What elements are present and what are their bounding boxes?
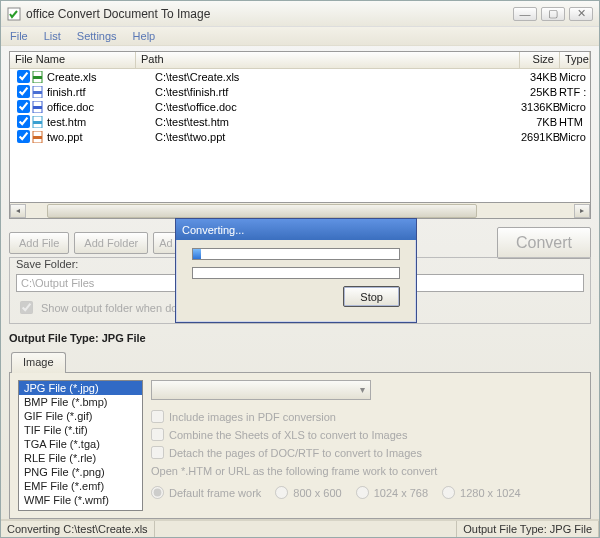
cell-type: HTM — [559, 116, 587, 128]
convert-button[interactable]: Convert — [497, 227, 591, 259]
dialog-body: Stop — [176, 240, 416, 313]
progress-fill-1 — [193, 249, 201, 259]
table-row[interactable]: finish.rtfC:\test\finish.rtf25KBRTF : — [10, 84, 590, 99]
window-title: office Convert Document To Image — [26, 7, 513, 21]
tab-image[interactable]: Image — [11, 352, 66, 373]
svg-rect-4 — [33, 91, 42, 94]
status-left: Converting C:\test\Create.xls — [1, 521, 155, 537]
detach-pages-checkbox[interactable] — [151, 446, 164, 459]
fw-1280-radio[interactable] — [442, 486, 455, 499]
list-item[interactable]: TIF File (*.tif) — [19, 423, 142, 437]
menu-help[interactable]: Help — [126, 28, 163, 44]
show-output-label: Show output folder when done — [41, 302, 190, 314]
list-item[interactable]: WMF File (*.wmf) — [19, 493, 142, 507]
svg-rect-10 — [33, 136, 42, 139]
cell-path: C:\test\finish.rtf — [155, 86, 521, 98]
minimize-button[interactable]: — — [513, 7, 537, 21]
include-images-label: Include images in PDF conversion — [169, 411, 336, 423]
frame-sizes: Default frame work 800 x 600 1024 x 768 … — [151, 481, 582, 504]
tab-area: Image JPG File (*.jpg)BMP File (*.bmp)GI… — [9, 352, 591, 519]
file-icon — [32, 131, 44, 143]
output-file-type-label: Output File Type: JPG File — [9, 332, 591, 344]
row-checkbox[interactable] — [17, 100, 30, 113]
cell-filename: test.htm — [47, 116, 155, 128]
scroll-left-button[interactable]: ◂ — [10, 204, 26, 218]
menu-file[interactable]: File — [3, 28, 35, 44]
fw-default-radio[interactable] — [151, 486, 164, 499]
list-item[interactable]: TGA File (*.tga) — [19, 437, 142, 451]
file-type-list[interactable]: JPG File (*.jpg)BMP File (*.bmp)GIF File… — [18, 380, 143, 511]
cell-size: 34KB — [521, 71, 559, 83]
table-row[interactable]: two.pptC:\test\two.ppt2691KBMicro — [10, 129, 590, 144]
cell-path: C:\test\office.doc — [155, 101, 521, 113]
file-grid: File Name Path Size Type Create.xlsC:\te… — [9, 51, 591, 203]
titlebar: office Convert Document To Image — ▢ ✕ — [1, 1, 599, 27]
options-pane: Include images in PDF conversion Combine… — [151, 380, 582, 511]
scroll-thumb[interactable] — [47, 204, 477, 218]
svg-rect-6 — [33, 106, 42, 109]
fw-800-radio[interactable] — [275, 486, 288, 499]
combine-sheets-checkbox[interactable] — [151, 428, 164, 441]
row-checkbox[interactable] — [17, 130, 30, 143]
tabs: Image — [9, 352, 591, 373]
menubar: File List Settings Help — [1, 27, 599, 46]
menu-settings[interactable]: Settings — [70, 28, 124, 44]
row-checkbox[interactable] — [17, 70, 30, 83]
maximize-button[interactable]: ▢ — [541, 7, 565, 21]
list-item[interactable]: BMP File (*.bmp) — [19, 395, 142, 409]
cell-type: RTF : — [559, 86, 587, 98]
grid-rows: Create.xlsC:\test\Create.xls34KBMicrofin… — [10, 69, 590, 202]
status-right: Output File Type: JPG File — [457, 521, 599, 537]
cell-path: C:\test\Create.xls — [155, 71, 521, 83]
table-row[interactable]: office.docC:\test\office.doc3136KBMicro — [10, 99, 590, 114]
tab-body: JPG File (*.jpg)BMP File (*.bmp)GIF File… — [9, 372, 591, 519]
cell-filename: finish.rtf — [47, 86, 155, 98]
progress-bar-2 — [192, 267, 400, 279]
cell-size: 25KB — [521, 86, 559, 98]
table-row[interactable]: Create.xlsC:\test\Create.xls34KBMicro — [10, 69, 590, 84]
list-item[interactable]: JPG File (*.jpg) — [19, 381, 142, 395]
statusbar: Converting C:\test\Create.xls Output Fil… — [1, 519, 599, 537]
list-item[interactable]: RLE File (*.rle) — [19, 451, 142, 465]
close-button[interactable]: ✕ — [569, 7, 593, 21]
cell-path: C:\test\test.htm — [155, 116, 521, 128]
list-item[interactable]: EMF File (*.emf) — [19, 479, 142, 493]
cell-size: 3136KB — [521, 101, 559, 113]
list-item[interactable]: PNG File (*.png) — [19, 465, 142, 479]
app-icon — [7, 7, 21, 21]
cell-size: 2691KB — [521, 131, 559, 143]
scroll-track[interactable] — [27, 204, 573, 218]
col-size[interactable]: Size — [520, 52, 560, 68]
fw-1024-radio[interactable] — [356, 486, 369, 499]
stop-button[interactable]: Stop — [343, 286, 400, 307]
cell-type: Micro — [559, 71, 587, 83]
include-images-checkbox[interactable] — [151, 410, 164, 423]
row-checkbox[interactable] — [17, 115, 30, 128]
file-icon — [32, 101, 44, 113]
menu-list[interactable]: List — [37, 28, 68, 44]
show-output-checkbox[interactable] — [20, 301, 33, 314]
col-filename[interactable]: File Name — [10, 52, 136, 68]
svg-rect-8 — [33, 121, 42, 124]
cell-size: 7KB — [521, 116, 559, 128]
list-item[interactable]: GIF File (*.gif) — [19, 409, 142, 423]
cell-type: Micro — [559, 131, 587, 143]
cell-type: Micro — [559, 101, 587, 113]
cell-filename: two.ppt — [47, 131, 155, 143]
col-path[interactable]: Path — [136, 52, 520, 68]
horizontal-scrollbar[interactable]: ◂ ▸ — [9, 203, 591, 219]
table-row[interactable]: test.htmC:\test\test.htm7KBHTM — [10, 114, 590, 129]
svg-rect-2 — [33, 76, 42, 79]
quality-combo[interactable] — [151, 380, 371, 400]
col-type[interactable]: Type — [560, 52, 590, 68]
cell-filename: office.doc — [47, 101, 155, 113]
file-icon — [32, 116, 44, 128]
framework-note: Open *.HTM or URL as the following frame… — [151, 465, 582, 477]
add-file-button[interactable]: Add File — [9, 232, 69, 254]
scroll-right-button[interactable]: ▸ — [574, 204, 590, 218]
row-checkbox[interactable] — [17, 85, 30, 98]
add-folder-button[interactable]: Add Folder — [74, 232, 148, 254]
cell-filename: Create.xls — [47, 71, 155, 83]
dialog-title: Converting... — [176, 219, 416, 240]
file-icon — [32, 86, 44, 98]
